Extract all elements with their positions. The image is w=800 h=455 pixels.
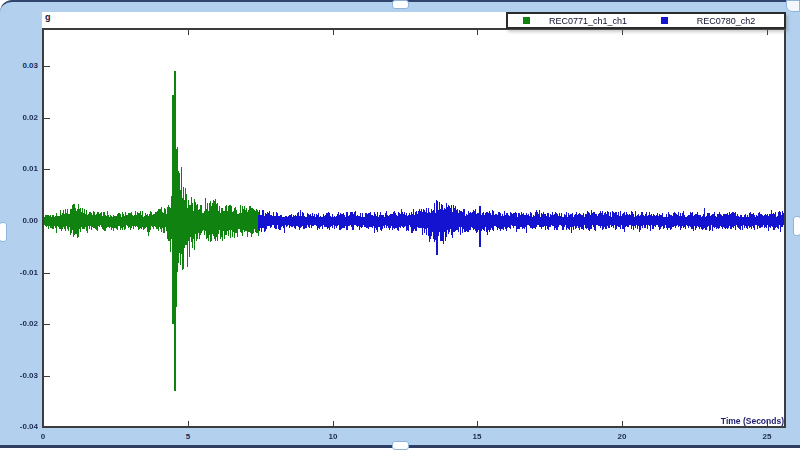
y-axis-unit-label: g	[45, 12, 51, 22]
y-tick-label: -0.04	[4, 422, 38, 431]
y-tick-label: 0.02	[4, 113, 38, 122]
y-tick-label: -0.03	[4, 371, 38, 380]
x-tick-label: 0	[27, 432, 59, 441]
waveform-canvas[interactable]	[44, 30, 784, 426]
legend-entry-rec0780[interactable]: REC0780_ch2	[646, 14, 784, 27]
corner-tab[interactable]	[786, 0, 800, 12]
legend-label: REC0780_ch2	[668, 16, 784, 26]
y-tick-label: 0.01	[4, 164, 38, 173]
x-tick-label: 15	[461, 432, 493, 441]
x-tick-label: 10	[317, 432, 349, 441]
legend-swatch-green	[523, 17, 530, 24]
y-tick-label: 0.00	[4, 216, 38, 225]
splitter-grip-right[interactable]	[793, 216, 800, 236]
splitter-grip-bottom[interactable]	[392, 441, 409, 450]
legend-entry-rec0771[interactable]: REC0771_ch1_ch1	[508, 14, 646, 27]
y-tick-label: -0.02	[4, 319, 38, 328]
splitter-grip-top[interactable]	[392, 0, 409, 9]
splitter-grip-left[interactable]	[0, 222, 7, 242]
legend-swatch-blue	[661, 17, 668, 24]
x-tick-label: 20	[606, 432, 638, 441]
y-tick-label: -0.01	[4, 268, 38, 277]
x-tick-label: 5	[172, 432, 204, 441]
x-axis-title: Time (Seconds)	[598, 416, 784, 426]
legend-label: REC0771_ch1_ch1	[530, 16, 646, 26]
x-tick-label: 25	[751, 432, 783, 441]
chart-legend: REC0771_ch1_ch1 REC0780_ch2	[506, 12, 786, 29]
y-tick-label: 0.03	[4, 61, 38, 70]
